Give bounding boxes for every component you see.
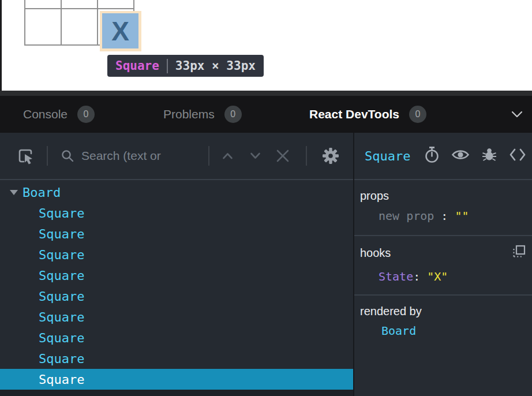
props-section-title: props [354,188,532,203]
board-cell[interactable] [25,9,61,45]
log-to-console-bug-icon[interactable] [481,147,497,165]
tree-item-square[interactable]: Square [0,203,353,223]
tree-item-square[interactable]: Square [0,223,353,244]
next-result-icon[interactable] [250,152,261,160]
hook-name: State [379,269,413,284]
tab-badge-count: 0 [224,106,242,123]
tree-item-label: Board [23,185,61,200]
tab-react-devtools[interactable]: React DevTools 0 [309,96,426,133]
board-cell[interactable] [25,0,61,9]
tooltip-component-name: Square [115,59,159,73]
expander-triangle-icon[interactable] [10,190,18,195]
key-value-separator: : [413,269,420,284]
component-inspector-panel: Square [354,133,532,396]
toolbar-divider [208,146,209,166]
inspector-header: Square [354,133,532,180]
tree-item-square[interactable]: Square [0,244,353,265]
tree-item-square[interactable]: Square [0,327,353,348]
tooltip-divider [167,59,168,73]
panel-separator [0,91,532,96]
tree-item-label: Square [39,248,84,262]
component-tree: Board SquareSquareSquareSquareSquareSqua… [0,180,353,390]
tree-item-square[interactable]: Square [0,286,353,307]
inspect-highlight-content[interactable]: X [102,13,138,48]
tab-label: Console [23,107,68,121]
toolbar-divider [47,146,48,166]
tree-item-label: Square [39,206,84,221]
devtools-drawer-tabbar: Console 0 Problems 0 React DevTools 0 [0,96,532,133]
hook-state-value-input[interactable]: "X" [427,269,448,284]
key-value-separator: : [441,208,448,223]
parse-hook-names-icon[interactable] [512,244,526,261]
tree-item-label: Square [39,372,84,387]
board-cell[interactable] [98,0,134,9]
tree-item-board[interactable]: Board [0,182,353,203]
tab-console[interactable]: Console 0 [23,96,95,133]
prop-row: new prop : "" [354,208,532,223]
toolbar-divider [306,146,307,166]
tab-badge-count: 0 [409,106,426,123]
inspect-dom-eye-icon[interactable] [451,148,470,163]
tree-item-label: Square [39,227,84,241]
hook-state-row: State : "X" [354,269,532,284]
inspect-tooltip: Square 33px × 33px [107,55,264,77]
tree-item-label: Square [39,331,84,345]
tree-item-square[interactable]: Square [0,307,353,327]
tree-item-square[interactable]: Square [0,348,353,369]
tree-item-square[interactable]: Square [0,265,353,286]
window-edge [0,0,2,91]
tree-item-label: Square [39,310,84,324]
rendered-by-board-link[interactable]: Board [354,324,532,338]
board-cell-value: X [111,16,129,47]
new-prop-key-input[interactable]: new prop [379,208,434,223]
board-cell[interactable] [61,0,98,9]
tab-label: Problems [163,107,215,121]
board-cell[interactable] [61,9,98,45]
tab-badge-count: 0 [77,106,95,123]
props-section: props new prop : "" [354,180,532,236]
selected-component-name: Square [365,149,410,163]
tree-item-label: Square [39,268,84,283]
view-source-code-icon[interactable] [509,148,526,164]
rendered-by-title: rendered by [354,304,532,319]
tab-label: React DevTools [309,107,399,121]
settings-gear-icon[interactable] [322,147,339,165]
search-input[interactable] [81,149,204,163]
hooks-section: hooks State : "X" [354,236,532,296]
hooks-section-title: hooks [354,245,391,260]
previous-result-icon[interactable] [222,152,233,160]
rendered-by-section: rendered by Board [354,296,532,347]
search-icon [61,149,74,163]
tree-item-label: Square [39,352,84,366]
tree-toolbar [0,133,353,180]
tooltip-dimensions: 33px × 33px [175,59,256,73]
components-tree-panel: Board SquareSquareSquareSquareSquareSqua… [0,133,353,396]
browser-page: X Square 33px × 33px [0,0,532,91]
tree-footer [0,390,353,396]
tree-item-label: Square [39,289,84,304]
tab-problems[interactable]: Problems 0 [163,96,242,133]
chevron-down-icon[interactable] [511,111,523,118]
tree-item-square[interactable]: Square [0,369,353,390]
inspect-element-icon[interactable] [16,147,35,165]
new-prop-value-input[interactable]: "" [455,208,469,223]
react-devtools-panel: Board SquareSquareSquareSquareSquareSqua… [0,133,532,396]
clear-search-icon[interactable] [276,149,290,163]
suspense-stopwatch-icon[interactable] [424,146,440,166]
